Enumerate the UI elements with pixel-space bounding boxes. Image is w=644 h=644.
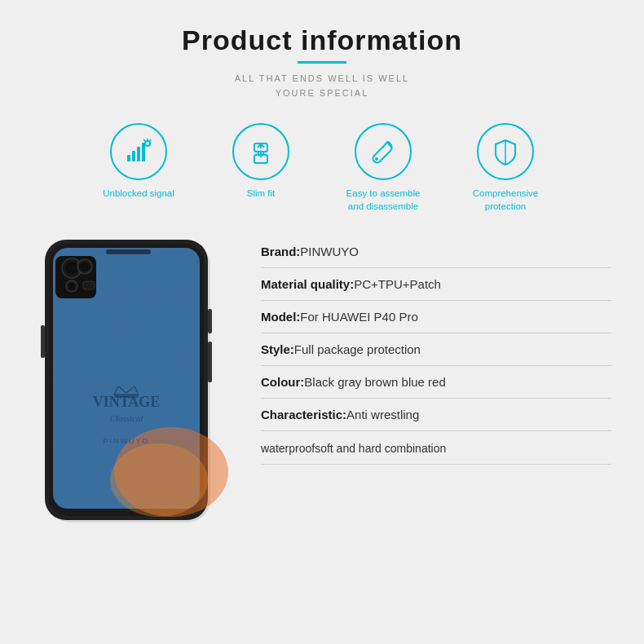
slim-icon-circle [232, 123, 289, 180]
svg-point-27 [68, 264, 76, 272]
feature-label-slim: Slim fit [247, 187, 276, 200]
phone-image: VINTAGE Classical PINWUYO [33, 236, 228, 529]
page: Product information ALL THAT ENDS WELL I… [0, 0, 644, 644]
feature-slim-fit: Slim fit [216, 123, 306, 213]
info-row-material: Material quality: PC+TPU+Patch [261, 268, 611, 301]
characteristic-label: Characteristic: [261, 408, 346, 421]
characteristic-value: Anti wrestling [346, 408, 419, 421]
colour-label: Colour: [261, 375, 304, 389]
colour-value: Black gray brown blue red [304, 375, 445, 389]
svg-rect-35 [208, 342, 212, 382]
features-row: Unblocked signal Slim fit [94, 123, 550, 213]
wrench-icon-circle [355, 123, 412, 180]
extra-info: waterproofsoft and hard combination [261, 440, 611, 455]
phone-image-container: VINTAGE Classical PINWUYO [33, 236, 228, 529]
svg-rect-41 [106, 249, 151, 254]
svg-rect-36 [41, 325, 45, 358]
info-row-colour: Colour: Black gray brown blue red [261, 366, 611, 399]
shield-icon-circle [477, 123, 534, 180]
feature-label-protection: Comprehensive protection [461, 187, 550, 213]
product-section: VINTAGE Classical PINWUYO Brand: PINWUYO [33, 236, 611, 529]
brand-label: Brand: [261, 245, 300, 258]
svg-rect-1 [132, 151, 135, 161]
svg-text:PINWUYO: PINWUYO [103, 437, 149, 445]
style-label: Style: [261, 342, 294, 356]
svg-rect-33 [83, 281, 95, 289]
info-row-model: Model: For HUAWEI P40 Pro [261, 301, 611, 333]
svg-line-5 [143, 139, 146, 142]
slim-icon [246, 137, 276, 166]
page-title: Product information [182, 24, 462, 56]
svg-point-23 [110, 443, 208, 517]
info-row-characteristic: Characteristic: Anti wrestling [261, 399, 611, 431]
header-section: Product information ALL THAT ENDS WELL I… [182, 24, 462, 100]
material-value: PC+TPU+Patch [354, 277, 441, 291]
shield-icon [491, 137, 520, 166]
svg-point-4 [145, 141, 150, 146]
svg-point-32 [68, 283, 75, 289]
svg-rect-0 [127, 155, 130, 161]
feature-label-signal: Unblocked signal [103, 187, 174, 200]
product-info-table: Brand: PINWUYO Material quality: PC+TPU+… [261, 236, 611, 465]
svg-point-12 [375, 157, 378, 161]
svg-line-6 [150, 139, 152, 142]
material-label: Material quality: [261, 277, 354, 291]
svg-rect-3 [142, 143, 145, 161]
brand-value: PINWUYO [300, 245, 359, 258]
info-row-brand: Brand: PINWUYO [261, 236, 611, 268]
info-row-extra: waterproofsoft and hard combination [261, 431, 611, 465]
signal-icon-circle [110, 123, 167, 180]
wrench-icon [368, 137, 398, 166]
signal-icon [124, 137, 153, 166]
svg-rect-2 [137, 147, 140, 161]
svg-rect-34 [208, 309, 212, 333]
title-underline [298, 61, 346, 64]
feature-unblocked-signal: Unblocked signal [94, 123, 183, 213]
feature-easy-assemble: Easy to assemble and disassemble [338, 123, 428, 213]
feature-protection: Comprehensive protection [461, 123, 550, 213]
svg-text:Classical: Classical [110, 413, 143, 423]
info-row-style: Style: Full package protection [261, 333, 611, 366]
header-subtitle: ALL THAT ENDS WELL IS WELL YOURE SPECIAL [182, 72, 462, 100]
svg-rect-39 [114, 395, 139, 398]
svg-point-30 [82, 264, 88, 270]
model-label: Model: [261, 310, 300, 324]
feature-label-assemble: Easy to assemble and disassemble [338, 187, 428, 213]
style-value: Full package protection [294, 342, 421, 356]
model-value: For HUAWEI P40 Pro [300, 310, 417, 324]
